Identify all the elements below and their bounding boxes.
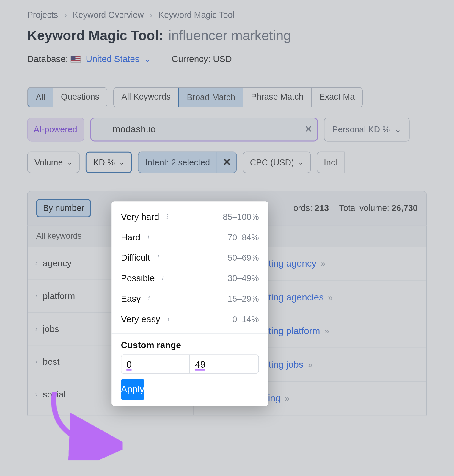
range-to-input[interactable]: 49: [195, 360, 205, 371]
database-label: Database:: [27, 54, 68, 63]
currency-label: Currency: USD: [172, 54, 232, 64]
keywords-count: ords: 213: [293, 203, 329, 213]
chevron-right-icon: ›: [64, 10, 67, 20]
chevron-right-icon: ›: [35, 325, 38, 333]
chevron-down-icon: ⌄: [119, 159, 124, 166]
match-toggle: All Keywords Broad Match Phrase Match Ex…: [113, 87, 363, 107]
kd-option-hard[interactable]: Hardi 70–84%: [111, 227, 268, 248]
kd-option-very-hard[interactable]: Very hardi 85–100%: [111, 207, 268, 227]
chevron-right-icon: ›: [150, 10, 153, 20]
volume-filter[interactable]: Volume⌄: [27, 152, 80, 173]
database-selector[interactable]: Database: United States ⌄: [27, 54, 151, 64]
expand-icon[interactable]: »: [308, 360, 312, 369]
info-icon[interactable]: i: [144, 234, 152, 241]
clear-icon[interactable]: ✕: [304, 124, 312, 135]
expand-icon[interactable]: »: [321, 259, 326, 269]
domain-input[interactable]: [90, 118, 318, 141]
database-country: United States: [86, 54, 139, 63]
ai-powered-badge: AI-powered: [27, 118, 84, 141]
range-from-input[interactable]: 0: [126, 360, 132, 371]
by-number-tab[interactable]: By number: [36, 199, 91, 217]
kd-option-easy[interactable]: Easyi 15–29%: [111, 288, 268, 309]
apply-button[interactable]: Apply: [121, 379, 144, 400]
tab-all[interactable]: All: [27, 87, 54, 107]
expand-icon[interactable]: »: [324, 326, 329, 336]
chevron-right-icon: ›: [35, 358, 38, 366]
info-icon[interactable]: i: [159, 274, 167, 282]
breadcrumb-item[interactable]: Keyword Magic Tool: [158, 10, 235, 20]
personal-kd-filter[interactable]: Personal KD % ⌄: [324, 118, 409, 141]
include-filter[interactable]: Incl: [317, 152, 344, 173]
search-query: influencer marketing: [168, 28, 291, 43]
tab-questions[interactable]: Questions: [53, 88, 107, 107]
info-icon[interactable]: i: [154, 254, 162, 262]
kd-option-possible[interactable]: Possiblei 30–49%: [111, 268, 268, 289]
meta-row: Database: United States ⌄ Currency: USD: [0, 43, 454, 76]
tab-exact-match[interactable]: Exact Ma: [312, 88, 362, 107]
chevron-right-icon: ›: [35, 259, 38, 267]
kd-option-difficult[interactable]: Difficulti 50–69%: [111, 248, 268, 268]
custom-range-label: Custom range: [111, 340, 268, 355]
tab-all-keywords[interactable]: All Keywords: [114, 88, 179, 107]
chevron-down-icon: ⌄: [298, 159, 303, 166]
custom-range-inputs: 0 49: [121, 354, 259, 373]
breadcrumb-item[interactable]: Projects: [27, 10, 58, 20]
chevron-right-icon: ›: [35, 391, 38, 398]
kd-option-very-easy[interactable]: Very easyi 0–14%: [111, 309, 268, 329]
info-icon[interactable]: i: [145, 295, 153, 303]
tab-phrase-match[interactable]: Phrase Match: [243, 88, 312, 107]
tool-name: Keyword Magic Tool:: [27, 28, 163, 43]
kd-dropdown: Very hardi 85–100% Hardi 70–84% Difficul…: [111, 201, 268, 406]
chevron-down-icon: ⌄: [394, 124, 401, 134]
expand-icon[interactable]: »: [328, 292, 333, 302]
type-tabs: All Questions All Keywords Broad Match P…: [0, 76, 454, 107]
info-icon[interactable]: i: [164, 315, 172, 323]
page-title: Keyword Magic Tool: influencer marketing: [0, 20, 454, 43]
total-volume: Total volume: 26,730: [339, 203, 417, 213]
info-icon[interactable]: i: [164, 213, 171, 221]
expand-icon[interactable]: »: [285, 393, 290, 403]
tab-broad-match[interactable]: Broad Match: [178, 87, 244, 107]
chevron-right-icon: ›: [35, 292, 38, 300]
breadcrumb: Projects › Keyword Overview › Keyword Ma…: [0, 0, 454, 20]
breadcrumb-item[interactable]: Keyword Overview: [73, 10, 144, 20]
chevron-down-icon: ⌄: [144, 54, 151, 63]
cpc-filter[interactable]: CPC (USD)⌄: [243, 152, 310, 173]
chevron-down-icon: ⌄: [67, 159, 72, 166]
close-icon[interactable]: ✕: [217, 152, 236, 173]
kd-filter[interactable]: KD %⌄: [85, 152, 132, 173]
flag-us-icon: [70, 56, 81, 63]
intent-filter[interactable]: Intent: 2 selected ✕: [138, 152, 237, 173]
question-toggle: All Questions: [27, 87, 108, 107]
